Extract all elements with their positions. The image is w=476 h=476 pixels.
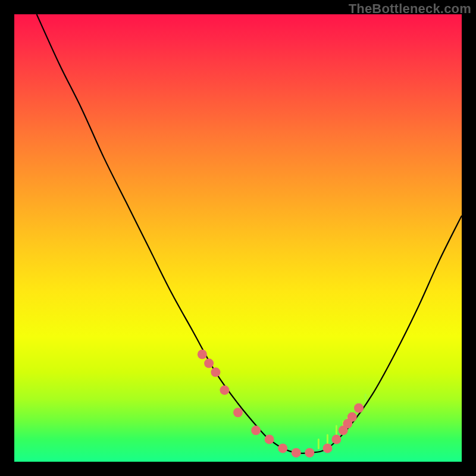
highlight-dot	[354, 403, 364, 413]
chart-overlay	[14, 14, 462, 462]
highlight-dot	[220, 386, 229, 395]
chart-frame: TheBottleneck.com	[0, 0, 476, 476]
highlight-dot	[292, 448, 301, 458]
plot-area	[14, 14, 462, 462]
highlight-dot	[265, 434, 274, 444]
bottleneck-curve	[37, 14, 462, 453]
highlight-dot	[305, 448, 314, 458]
highlight-dot	[211, 368, 220, 377]
highlight-dot	[251, 425, 261, 435]
highlight-dot	[322, 443, 332, 453]
highlight-dot	[278, 443, 287, 453]
highlight-dots-layer	[198, 350, 364, 458]
ticks-layer	[318, 394, 365, 448]
highlight-dot	[204, 359, 214, 368]
highlight-dot	[198, 350, 207, 359]
highlight-dot	[331, 434, 341, 444]
highlight-dot	[233, 408, 243, 417]
highlight-dot	[347, 412, 357, 422]
